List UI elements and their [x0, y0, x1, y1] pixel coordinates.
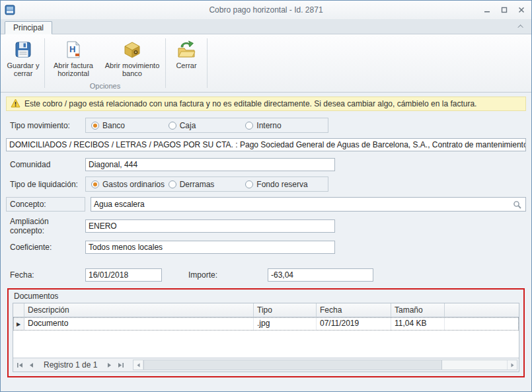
radio-label: Interno [256, 121, 281, 130]
window-controls [480, 4, 529, 16]
comunidad-label: Comunidad [6, 160, 85, 169]
coeficiente-field[interactable]: Todos menos locales [85, 241, 335, 254]
column-header-tamano[interactable]: Tamaño [391, 303, 445, 317]
column-header-descripcion[interactable]: Descripción [24, 303, 254, 317]
radio-label: Banco [102, 121, 125, 130]
concepto-field[interactable]: Agua escalera [91, 197, 526, 212]
radio-interno[interactable]: Interno [245, 121, 323, 130]
column-header-tipo[interactable]: Tipo [254, 303, 317, 317]
row-tipo-movimiento: Tipo movimiento: Banco Caja Interno [6, 118, 526, 133]
nav-first-button[interactable] [15, 360, 26, 371]
radio-icon [169, 122, 176, 130]
ribbon-group-opciones: H Abrir factura horizontal [46, 36, 164, 92]
app-icon [5, 4, 17, 16]
prev-record-icon [28, 362, 34, 368]
table-row[interactable]: ▶ Documento .jpg 07/11/2019 11,04 KB [13, 317, 519, 331]
cell-filler [445, 317, 519, 331]
tipo-movimiento-label: Tipo movimiento: [6, 121, 85, 130]
horizontal-scrollbar[interactable] [133, 360, 517, 370]
record-count-text: Registro 1 de 1 [44, 360, 97, 370]
radio-label: Caja [180, 121, 196, 130]
ribbon-tab-row: Principal [1, 19, 531, 34]
radio-derramas[interactable]: Derramas [169, 180, 246, 189]
cell-tipo[interactable]: .jpg [254, 317, 317, 331]
svg-text:H: H [69, 44, 75, 54]
close-folder-arrow-icon [176, 39, 196, 60]
minimize-icon [484, 7, 490, 13]
row-concepto: Concepto: Agua escalera [6, 197, 526, 212]
nav-next-button[interactable] [104, 360, 115, 371]
search-icon [513, 200, 521, 209]
comunidad-field[interactable]: Diagonal, 444 [85, 158, 335, 171]
fecha-field[interactable]: 16/01/2018 [85, 268, 162, 282]
ampliacion-value: ENERO [89, 221, 117, 231]
close-button[interactable] [514, 4, 529, 16]
cell-tamano[interactable]: 11,04 KB [391, 317, 445, 331]
ampliacion-label: Ampliación concepto: [6, 217, 85, 235]
ampliacion-field[interactable]: ENERO [85, 219, 335, 233]
concepto-label: Concepto: [6, 197, 85, 212]
radio-gastos-ordinarios[interactable]: Gastos ordinarios [91, 180, 169, 189]
first-record-icon [17, 362, 24, 368]
row-indicator-cell: ▶ [13, 317, 24, 331]
cell-descripcion[interactable]: Documento [24, 317, 254, 331]
abrir-movimiento-banco-button[interactable]: Abrir movimiento banco [100, 36, 164, 82]
radio-fondo-reserva[interactable]: Fondo reserva [245, 180, 323, 189]
radio-icon [91, 122, 99, 130]
form-area: Este cobro / pago está relacionado con u… [1, 93, 531, 391]
cerrar-button[interactable]: Cerrar [167, 36, 206, 82]
concepto-value: Agua escalera [94, 200, 511, 209]
guardar-y-cerrar-button[interactable]: Guardar y cerrar [3, 36, 43, 82]
row-comunidad: Comunidad Diagonal, 444 [6, 158, 526, 171]
last-record-icon [117, 362, 124, 368]
abrir-factura-horizontal-button[interactable]: H Abrir factura horizontal [46, 36, 100, 82]
arrow-right-icon [510, 363, 515, 368]
tab-principal[interactable]: Principal [5, 21, 52, 34]
warning-banner: Este cobro / pago está relacionado con u… [6, 97, 526, 111]
column-header-filler [445, 303, 519, 317]
button-label: Abrir factura horizontal [49, 61, 98, 77]
radio-label: Derramas [180, 180, 215, 189]
close-icon [518, 7, 525, 13]
record-navigator: Registro 1 de 1 [13, 358, 519, 372]
ribbon-group-main: Guardar y cerrar [3, 36, 43, 92]
ribbon-group-cerrar: Cerrar [167, 36, 206, 92]
dialog-window: Cobro pago horizontal - Id. 2871 Princip… [0, 0, 532, 392]
radio-label: Gastos ordinarios [102, 180, 165, 189]
cell-fecha[interactable]: 07/11/2019 [317, 317, 391, 331]
title-bar[interactable]: Cobro pago horizontal - Id. 2871 [1, 1, 531, 19]
save-icon [14, 39, 32, 60]
radio-banco[interactable]: Banco [91, 121, 169, 130]
arrow-left-icon [136, 363, 141, 368]
window-title: Cobro pago horizontal - Id. 2871 [1, 5, 531, 15]
movimiento-descripcion-value: DOMICILIADOS / RECIBOS / LETRAS / PAGOS … [9, 140, 526, 149]
scroll-left-arrow[interactable] [133, 360, 143, 370]
row-tipo-liquidacion: Tipo de liquidación: Gastos ordinarios D… [6, 176, 526, 192]
ribbon: Guardar y cerrar H Abrir fa [1, 34, 531, 93]
nav-prev-button[interactable] [26, 360, 37, 371]
scroll-right-arrow[interactable] [507, 360, 517, 370]
radio-caja[interactable]: Caja [169, 121, 246, 130]
ribbon-collapse-button[interactable] [515, 21, 527, 32]
ribbon-group-caption-opciones: Opciones [46, 82, 164, 92]
button-label: Cerrar [176, 61, 196, 69]
importe-field[interactable]: -63,04 [268, 268, 373, 282]
radio-icon [169, 180, 176, 188]
next-record-icon [106, 362, 112, 368]
nav-last-button[interactable] [115, 360, 126, 371]
ribbon-group-caption [167, 82, 206, 92]
tipo-movimiento-radiogroup: Banco Caja Interno [85, 118, 328, 133]
minimize-button[interactable] [480, 4, 494, 16]
movimiento-descripcion-field[interactable]: DOMICILIADOS / RECIBOS / LETRAS / PAGOS … [6, 138, 526, 151]
button-label: Abrir movimiento banco [103, 61, 161, 77]
column-header-fecha[interactable]: Fecha [317, 303, 391, 317]
coeficiente-label: Coeficiente: [6, 243, 85, 252]
radio-icon [245, 122, 253, 130]
coeficiente-value: Todos menos locales [89, 243, 163, 252]
documentos-grid: Descripción Tipo Fecha Tamaño ▶ Document… [13, 303, 519, 372]
concepto-search-button[interactable] [511, 200, 523, 209]
bank-safe-icon [122, 39, 142, 60]
scrollbar-track[interactable] [442, 360, 507, 370]
scrollbar-thumb[interactable] [143, 360, 442, 370]
maximize-button[interactable] [497, 4, 512, 16]
